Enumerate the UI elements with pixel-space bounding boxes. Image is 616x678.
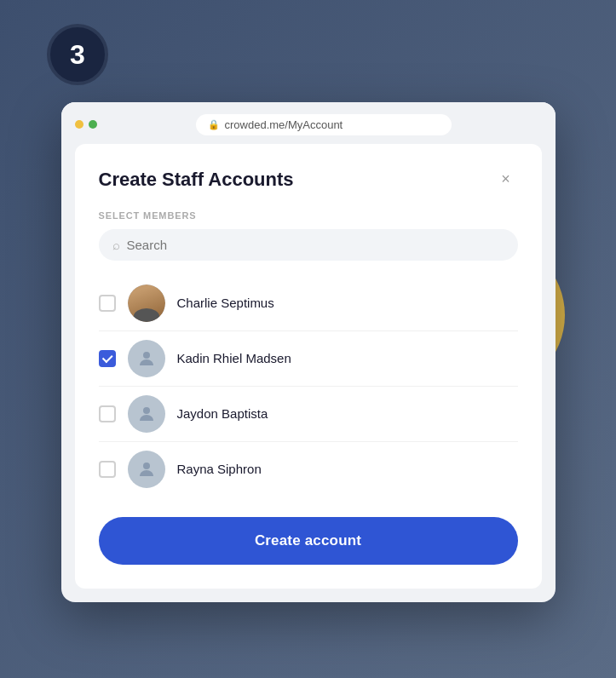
member-item: Charlie Septimus [99, 276, 518, 331]
member-avatar-1 [128, 284, 165, 322]
svg-point-2 [143, 463, 150, 469]
member-item: Jaydon Baptista [99, 387, 518, 442]
user-icon [136, 404, 157, 424]
address-bar[interactable]: 🔒 crowded.me/MyAccount [196, 114, 452, 135]
close-button[interactable]: × [494, 168, 518, 192]
member-name-4: Rayna Siphron [177, 462, 262, 476]
browser-chrome: 🔒 crowded.me/MyAccount [61, 102, 556, 144]
member-list: Charlie Septimus Kadin Rhiel Madsen [99, 276, 518, 497]
lock-icon: 🔒 [208, 119, 220, 130]
address-text: crowded.me/MyAccount [225, 118, 343, 131]
member-checkbox-1[interactable] [99, 295, 116, 312]
traffic-dot-yellow [75, 120, 83, 129]
member-item: Kadin Rhiel Madsen [99, 331, 518, 387]
modal-title: Create Staff Accounts [99, 169, 294, 191]
user-icon [136, 348, 157, 369]
create-account-button[interactable]: Create account [99, 517, 518, 565]
traffic-dot-green [89, 120, 97, 129]
member-avatar-3 [128, 395, 165, 433]
search-input[interactable] [127, 238, 504, 252]
member-name-3: Jaydon Baptista [177, 406, 268, 421]
user-icon [136, 459, 157, 480]
member-item: Rayna Siphron [99, 442, 518, 497]
search-icon: ⌕ [112, 238, 120, 252]
member-checkbox-2[interactable] [99, 350, 116, 367]
member-avatar-2 [128, 340, 165, 377]
step-indicator: 3 [47, 24, 108, 85]
traffic-lights [75, 120, 97, 129]
member-checkbox-4[interactable] [99, 461, 116, 478]
member-avatar-4 [128, 451, 165, 488]
modal-header: Create Staff Accounts × [99, 168, 518, 192]
member-name-1: Charlie Septimus [177, 296, 274, 310]
search-box[interactable]: ⌕ [99, 229, 518, 261]
browser-window: 🔒 crowded.me/MyAccount Create Staff Acco… [61, 102, 556, 602]
svg-point-1 [143, 407, 150, 414]
step-number: 3 [70, 39, 85, 71]
member-checkbox-3[interactable] [99, 405, 116, 422]
modal-container: Create Staff Accounts × SELECT MEMBERS ⌕ [75, 144, 542, 589]
member-name-2: Kadin Rhiel Madsen [177, 351, 291, 365]
section-label: SELECT MEMBERS [99, 210, 518, 221]
svg-point-0 [143, 352, 150, 359]
